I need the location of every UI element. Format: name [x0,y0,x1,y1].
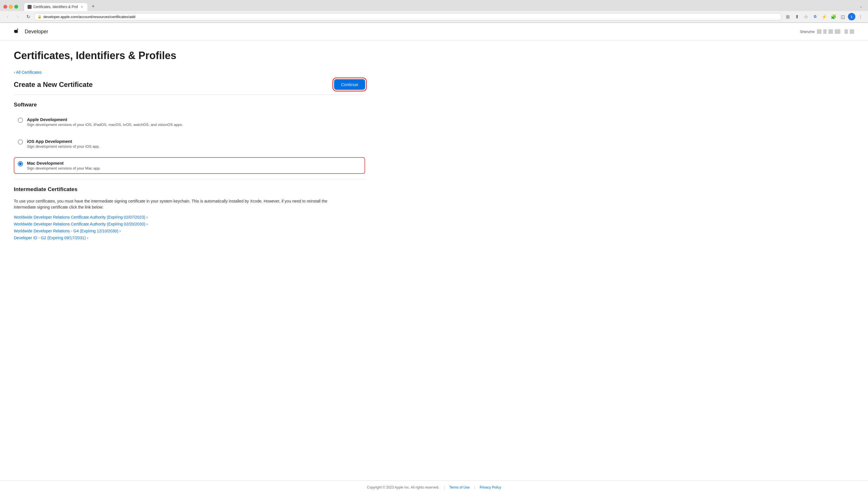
footer-divider-2: | [474,486,475,489]
footer-divider-1: | [444,486,445,489]
radio-name-mac-development: Mac Development [27,160,101,166]
forward-button[interactable]: › [14,13,22,21]
intermediate-desc: To use your certificates, you must have … [14,198,330,210]
continue-button[interactable]: Continue [334,79,365,90]
privacy-policy-link[interactable]: Privacy Policy [480,486,501,489]
cert-link-3[interactable]: Developer ID - G2 (Expiring 09/17/2031) … [14,235,365,240]
software-section-title: Software [14,101,365,108]
menu-button[interactable]: ⋮ [856,13,865,21]
radio-option-ios-app-development[interactable]: iOS App Development Sign development ver… [14,135,365,152]
refresh-button[interactable]: ↻ [24,13,32,21]
page-title: Certificates, Identifiers & Profiles [14,50,365,62]
extensions-button[interactable]: ⚡ [820,13,828,21]
radio-desc-mac-development: Sign development versions of your Mac ap… [27,166,101,170]
header-icon-5 [845,29,848,34]
apple-developer-header: Developer Shenzhe [0,23,868,40]
radio-name-ios-app-development: iOS App Development [27,139,100,144]
header-icon-4 [835,29,841,34]
address-bar[interactable]: 🔒 developer.apple.com/account/resources/… [34,13,781,20]
nav-bar: ‹ › ↻ 🔒 developer.apple.com/account/reso… [0,11,868,23]
radio-desc-ios-app-development: Sign development versions of your iOS ap… [27,144,100,149]
header-icons [817,29,854,34]
bookmark-button[interactable]: ☆ [802,13,810,21]
radio-label-ios-app-development: iOS App Development Sign development ver… [27,139,100,149]
maximize-window-button[interactable] [14,5,18,8]
radio-input-mac-development[interactable] [18,161,23,166]
new-tab-button[interactable]: + [89,2,97,10]
terms-of-use-link[interactable]: Terms of Use [449,486,469,489]
intermediate-section: Intermediate Certificates To use your ce… [14,186,365,240]
radio-option-mac-development[interactable]: Mac Development Sign development version… [14,157,365,174]
intermediate-section-title: Intermediate Certificates [14,186,365,192]
header-icon-2 [823,29,827,34]
back-button[interactable]: ‹ [3,13,12,21]
divider-1 [14,94,365,95]
grammarly-button[interactable]: G [811,13,819,21]
footer-copyright: Copyright © 2023 Apple Inc. All rights r… [367,486,439,489]
main-content: Certificates, Identifiers & Profiles ‹ A… [0,40,379,480]
radio-desc-apple-development: Sign development versions of your iOS, i… [27,122,183,127]
title-bar: Certificates, Identifiers & Prof × + ⌄ [0,0,868,11]
cert-link-2[interactable]: Worldwide Developer Relations - G4 (Expi… [14,229,365,233]
share-button[interactable]: ⬆ [793,13,801,21]
translate-button[interactable]: ⊞ [783,13,792,21]
sidebar-button[interactable]: ◫ [839,13,847,21]
apple-logo [14,27,20,36]
header-icon-1 [817,29,821,34]
minimize-window-button[interactable] [9,5,13,8]
puzzle-button[interactable]: 🧩 [830,13,837,21]
back-link[interactable]: ‹ All Certificates [14,70,42,75]
header-icon-6 [850,29,854,34]
nav-actions: ⊞ ⬆ ☆ G ⚡ 🧩 ◫ i ⋮ [783,13,865,21]
create-section-header: Create a New Certificate Continue [14,79,365,90]
radio-input-apple-development[interactable] [18,118,23,123]
radio-input-ios-app-development[interactable] [18,139,23,145]
header-icon-3 [828,29,833,34]
lock-icon: 🔒 [38,15,42,19]
tabs-area: Certificates, Identifiers & Prof × + [24,2,855,11]
profile-button[interactable]: i [848,13,855,20]
cert-link-0[interactable]: Worldwide Developer Relations Certificat… [14,215,365,220]
user-info: Shenzhe [800,30,815,34]
header-right: Shenzhe [800,29,854,34]
traffic-lights [3,5,18,8]
close-window-button[interactable] [3,5,7,8]
tab-chevron[interactable]: ⌄ [857,3,865,10]
browser-chrome: Certificates, Identifiers & Prof × + ⌄ ‹… [0,0,868,23]
cert-link-1[interactable]: Worldwide Developer Relations Certificat… [14,222,365,226]
page-footer: Copyright © 2023 Apple Inc. All rights r… [0,480,868,494]
tab-favicon [27,5,32,9]
create-section-title: Create a New Certificate [14,81,93,89]
radio-name-apple-development: Apple Development [27,117,183,122]
tab-close-button[interactable]: × [79,5,84,9]
radio-label-mac-development: Mac Development Sign development version… [27,160,101,170]
radio-label-apple-development: Apple Development Sign development versi… [27,117,183,127]
developer-brand: Developer [25,29,48,35]
address-text: developer.apple.com/account/resources/ce… [43,15,778,19]
radio-option-apple-development[interactable]: Apple Development Sign development versi… [14,114,365,130]
tab-title: Certificates, Identifiers & Prof [33,5,78,9]
page-content: Developer Shenzhe Certificates, Identifi… [0,23,868,494]
active-tab[interactable]: Certificates, Identifiers & Prof × [24,3,88,11]
